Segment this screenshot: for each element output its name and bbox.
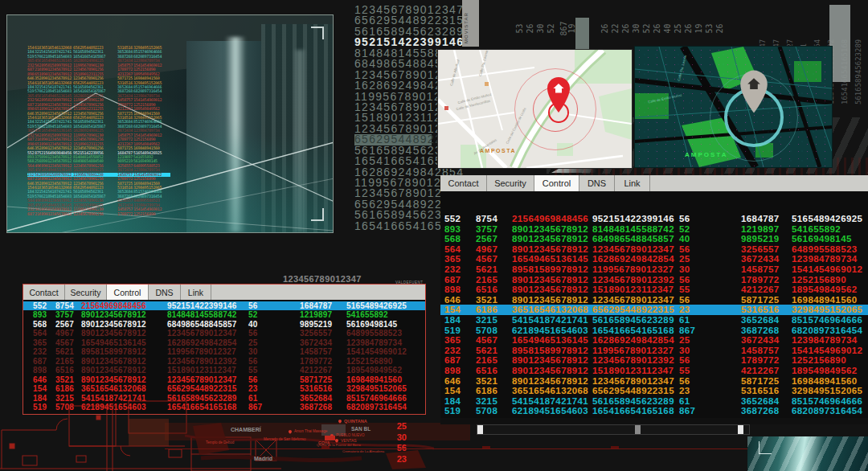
table-row[interactable]: 1546186365165461320686562954489223152353… [440,386,868,396]
table-cell: 6516 [476,366,497,376]
table-cell: 36516546132068 [81,384,146,393]
table-cell: 3298495152065 [792,305,862,315]
table-cell: 61 [679,315,690,326]
table-cell: 169848941560 [792,295,858,305]
tab-link[interactable]: Link [615,175,650,191]
table-cell: 151890123112347 [592,366,674,376]
table-row[interactable]: 5644967890123456789121234567890123475632… [23,329,425,338]
table-row[interactable]: 3654567165494651361451628692498428542536… [440,335,868,346]
table-row[interactable]: 8933757890123456789128148481455887425212… [23,310,425,319]
tab-dns[interactable]: DNS [579,175,615,191]
table-cell: 89581589978912 [512,346,588,356]
table-cell: 89012345678912 [81,310,146,319]
table-cell: 55 [679,366,690,376]
table-cell: 656295448922315 [592,305,674,315]
table-row[interactable]: 6463521890123456789121234567890123475658… [440,376,868,387]
table-row[interactable]: 8986516890123456789121518901231123475542… [440,366,868,376]
tab-control[interactable]: Control [107,285,149,300]
table-row[interactable]: 5195708621894516546031654166541651688673… [440,326,868,336]
table-row[interactable]: 1546186365165461320686562954489223152353… [440,305,868,315]
tab-security[interactable]: Security [65,285,107,300]
table-cell: 5165489426925 [792,214,862,224]
table-row[interactable]: 5682567890123456789126849865488458574098… [23,320,425,329]
table-row[interactable]: 2325621895815899789121199567890123273014… [440,264,868,275]
table-cell: 656295448922315 [167,384,236,393]
madrid-label: Crematorio de La Almudena [342,449,384,453]
table-row[interactable]: 5195708621894516546031654166541651688673… [440,406,868,416]
rotated-number: 40 [663,23,672,33]
table-row[interactable]: 1843215541541874217415616589456232896136… [440,396,868,407]
camera-data-row: 6872165890123456789121234567890123925617… [27,212,170,216]
table-row[interactable]: 5644967890123456789121234567890123475632… [440,244,868,255]
madrid-label: Amon Thai Massage [294,429,327,433]
table-row[interactable]: 6463521890123456789121234567890123475658… [440,295,868,305]
tab-bar-fill [211,285,425,300]
table-cell: 4967 [55,329,74,338]
table-row[interactable]: 1546186365165461320686562954489223152353… [23,384,425,393]
table-cell: 123456789012347 [592,376,674,387]
table-cell: 5316516 [300,384,332,393]
table-row[interactable]: 8933757890123456789128148481455887425212… [440,224,868,235]
tab-contact[interactable]: Contact [23,285,65,300]
table-cell: 3298495152065 [346,384,407,393]
horizontal-scrollbar[interactable] [477,424,750,435]
tab-dns[interactable]: DNS [149,285,181,300]
table-row[interactable]: 3654567165494651361451628692498428542536… [440,254,868,264]
table-cell: 893 [444,224,461,235]
map-area-label: VALDEFUENT [395,281,423,285]
table-row[interactable]: 5682567890123456789126849865488458574098… [440,234,868,244]
street-map-dark[interactable]: AMPOSTA Calle Sta. LeonorCalle de Emilio… [635,47,832,167]
vertical-tag-label: MOVISTAR [464,12,469,43]
table-row[interactable]: 5528754215649698484569521514223991465616… [23,301,425,310]
table-row[interactable]: 8986516890123456789121518901231123475542… [440,285,868,295]
table-cell: 123456789012347 [592,244,674,255]
table-cell: 23 [248,384,258,393]
table-row[interactable]: 6872165890123456789121234567890123925617… [23,357,425,366]
table-cell: 56 [679,244,690,255]
table-cell: 2165 [476,275,497,285]
tab-control[interactable]: Control [534,175,579,191]
table-cell: 21564969848456 [81,301,146,310]
camera-feed-panel[interactable]: 1546186365165461320686562954489223152353… [6,14,334,233]
table-cell: 162869249842854 [592,335,674,346]
table-cell: 1541454969012 [792,346,862,356]
table-cell: 89012345678912 [81,357,146,366]
table-row[interactable]: 3654567165494651361451628692498428542536… [23,338,425,347]
madrid-label: Madrid [254,456,272,461]
street-map-light[interactable]: AMPOSTA Calle Sta. LeonorCalle de Albuñu… [438,50,632,168]
table-cell: 1541454969012 [792,264,862,275]
table-cell: 564 [444,244,461,255]
table-cell: 2567 [476,234,497,244]
table-cell: 8754 [476,214,497,224]
table-row[interactable]: 2325621895815899789121199567890123273014… [23,347,425,356]
table-cell: 189549849562 [792,285,858,295]
table-row[interactable]: 6872165890123456789121234567890123925617… [440,355,868,366]
scrollbar-handle[interactable] [477,425,483,434]
table-cell: 165416654165168 [592,326,674,336]
table-row[interactable]: 1843215541541874217415616589456232896136… [440,315,868,326]
scrollbar-handle[interactable] [635,425,641,434]
table-row[interactable]: 6872165890123456789121234567890123925617… [440,275,868,285]
table-cell: 552 [33,301,47,310]
madrid-label: Mercado de San Ildefonso [264,437,306,441]
scrollbar-handle[interactable] [738,425,743,434]
camera-data-cell: 89012345678912 [41,212,73,216]
rotated-number: 26 [526,23,534,33]
table-row[interactable]: 6463521890123456789121234567890123475658… [23,375,425,384]
table-row[interactable]: 8986516890123456789121518901231123475542… [23,366,425,375]
madrid-label: SAN BL [351,426,371,432]
table-cell: 6186 [476,386,497,396]
tab-link[interactable]: Link [181,285,211,300]
table-cell: 6516 [55,366,74,375]
table-cell: 55 [248,366,258,375]
tab-contact[interactable]: Contact [440,175,487,191]
rotated-number: 52 [547,23,555,33]
table-row[interactable]: 5528754215649698484569521514223991465616… [440,214,868,224]
table-cell: 6820897316454 [792,326,862,336]
table-row[interactable]: 2325621895815899789121199567890123273014… [440,346,868,356]
table-cell: 119956789012327 [592,346,674,356]
table-cell: 62189451654603 [512,326,588,336]
tab-security[interactable]: Security [487,175,534,191]
table-cell: 61 [679,396,690,407]
rotated-number: 53 [705,23,714,33]
